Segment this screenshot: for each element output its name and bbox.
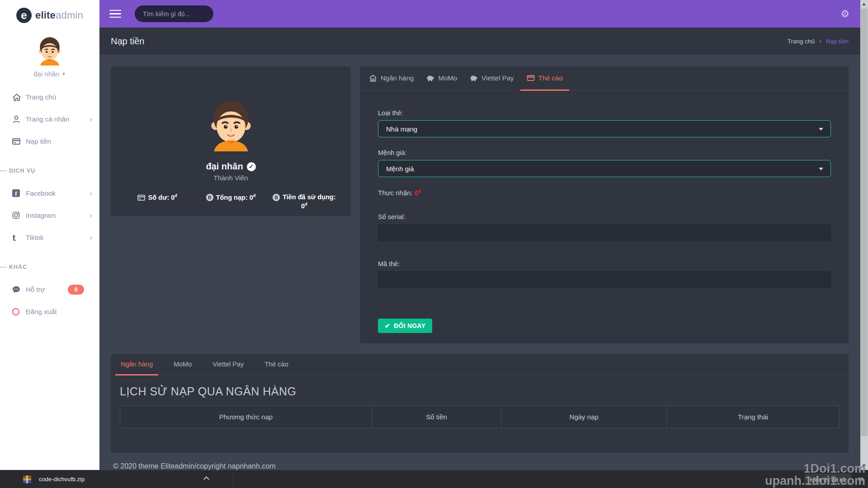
support-count-badge: 0: [68, 285, 84, 295]
sidebar-user-name: đại nhân: [33, 70, 60, 78]
column-status: Trạng thái: [667, 406, 840, 428]
sidebar-item-facebook[interactable]: f Facebook ›: [0, 182, 99, 204]
sidebar: e eliteadmin đại nhân ▼ Trang chủ Trang …: [0, 0, 99, 470]
profile-role: Thành Viên: [111, 174, 351, 182]
piggy-bank-icon: [470, 74, 478, 82]
verified-badge-icon: ✓: [247, 162, 256, 171]
sidebar-menu: Trang chủ Trang cá nhân › Nạp tiền --- D…: [0, 86, 99, 323]
scrollbar-thumb[interactable]: [861, 9, 868, 436]
chat-icon: [12, 286, 26, 294]
sidebar-item-profile[interactable]: Trang cá nhân ›: [0, 108, 99, 130]
user-icon: [12, 115, 26, 123]
profile-card: đại nhân ✓ Thành Viên Số dư: 0đ B Tổng n…: [111, 66, 351, 216]
tab-bank[interactable]: Ngân hàng: [363, 66, 420, 91]
denomination-select[interactable]: Mệnh giá: [378, 160, 831, 177]
history-tab-momo[interactable]: MoMo: [168, 354, 197, 375]
chevron-right-icon: ›: [90, 233, 92, 242]
page-title: Nạp tiền: [111, 36, 145, 47]
history-tab-bank[interactable]: Ngân hàng: [115, 354, 158, 375]
history-tab-viettel-pay[interactable]: Viettel Pay: [207, 354, 249, 375]
chevron-up-icon[interactable]: [204, 476, 209, 480]
sidebar-item-home[interactable]: Trang chủ: [0, 86, 99, 108]
profile-name: đại nhân: [206, 161, 243, 172]
close-icon[interactable]: ✕: [858, 475, 863, 483]
footer-copyright: © 2020 theme Eliteadmin/copyright napnha…: [113, 462, 276, 470]
brand-name: eliteadmin: [35, 9, 83, 21]
search-input[interactable]: [135, 5, 213, 22]
scroll-down-arrow[interactable]: [862, 465, 866, 467]
card-deposit-form: Loại thẻ: Nhà mạng Mệnh giá: Mệnh giá Th…: [360, 90, 849, 333]
receive-amount: Thực nhận: 0đ: [378, 189, 831, 197]
deposit-card: Ngân hàng MoMo Viettel Pay Thẻ cào Loại …: [360, 66, 849, 343]
sidebar-section-other: --- KHÁC: [0, 264, 99, 270]
winrar-file-icon: [23, 475, 32, 484]
column-amount: Số tiền: [372, 406, 501, 428]
bank-icon: [369, 75, 377, 82]
sidebar-section-services: --- DỊCH VỤ: [0, 168, 99, 174]
chevron-right-icon: ›: [819, 38, 821, 45]
history-table: Phương thức nạp Số tiền Ngày nạp Trạng t…: [120, 405, 840, 428]
card-icon: [527, 74, 535, 82]
instagram-icon: [12, 211, 26, 219]
facebook-icon: f: [12, 189, 26, 197]
chevron-right-icon: ›: [90, 115, 92, 124]
topbar: ⚙: [99, 0, 860, 28]
wallet-icon: [137, 194, 145, 202]
show-all-downloads-button[interactable]: Hiển thị tất cả: [805, 474, 852, 485]
chevron-right-icon: ›: [90, 211, 92, 220]
serial-input[interactable]: [378, 224, 831, 241]
history-tabs: Ngân hàng MoMo Viettel Pay Thẻ cào: [111, 354, 849, 375]
history-tab-the-cao[interactable]: Thẻ cào: [259, 354, 293, 375]
brand-logo[interactable]: e eliteadmin: [0, 0, 99, 23]
power-icon: [12, 308, 26, 315]
scrollbar[interactable]: [860, 0, 868, 470]
profile-avatar: [204, 98, 258, 151]
card-type-select[interactable]: Nhà mạng: [378, 120, 831, 137]
chevron-right-icon: ›: [90, 189, 92, 198]
deposit-tabs: Ngân hàng MoMo Viettel Pay Thẻ cào: [360, 66, 849, 90]
page-title-bar: Nạp tiền Trang chủ › Nạp tiền: [99, 28, 860, 55]
sidebar-item-support[interactable]: Hỗ trợ 0: [0, 278, 99, 300]
card-type-label: Loại thẻ:: [378, 109, 831, 117]
stat-used: B Tiền đã sử dụng: 0đ: [268, 193, 341, 210]
sidebar-item-instagram[interactable]: Instagram ›: [0, 204, 99, 226]
sidebar-user-menu[interactable]: đại nhân ▼: [0, 70, 99, 78]
profile-stats: Số dư: 0đ B Tổng nạp: 0đ B Tiền đã sử dụ…: [111, 193, 351, 210]
serial-label: Số serial:: [378, 213, 831, 221]
shelf-divider: [233, 473, 233, 485]
stat-total-deposit: B Tổng nạp: 0đ: [194, 193, 267, 210]
breadcrumb-current: Nạp tiền: [826, 38, 849, 45]
brand-logo-icon: e: [16, 8, 32, 23]
credit-card-icon: [12, 137, 26, 145]
gear-icon[interactable]: ⚙: [840, 8, 849, 20]
download-shelf: code-dichvufb.zip Hiển thị tất cả ✕: [0, 470, 868, 488]
tab-viettel-pay[interactable]: Viettel Pay: [463, 66, 520, 91]
table-header-row: Phương thức nạp Số tiền Ngày nạp Trạng t…: [120, 406, 840, 428]
coin-icon: B: [273, 194, 280, 201]
hamburger-menu-icon[interactable]: [109, 8, 121, 20]
tiktok-icon: t: [12, 233, 26, 243]
history-title: LỊCH SỬ NẠP QUA NGÂN HÀNG: [120, 385, 840, 398]
tab-momo[interactable]: MoMo: [420, 66, 463, 91]
piggy-bank-icon: [426, 74, 434, 82]
tab-the-cao[interactable]: Thẻ cào: [520, 66, 569, 91]
sidebar-item-tiktok[interactable]: t Tiktok ›: [0, 226, 99, 249]
home-icon: [12, 93, 26, 101]
stat-balance: Số dư: 0đ: [121, 193, 194, 210]
coin-icon: B: [206, 194, 213, 201]
history-card: Ngân hàng MoMo Viettel Pay Thẻ cào LỊCH …: [111, 354, 849, 453]
sidebar-avatar: [35, 36, 65, 66]
sidebar-item-deposit[interactable]: Nạp tiền: [0, 130, 99, 152]
submit-exchange-button[interactable]: ✔ ĐỔI NGAY: [378, 319, 432, 333]
main-content: đại nhân ✓ Thành Viên Số dư: 0đ B Tổng n…: [99, 55, 860, 470]
check-icon: ✔: [385, 322, 390, 329]
denomination-label: Mệnh giá:: [378, 149, 831, 156]
sidebar-item-logout[interactable]: Đăng xuất: [0, 300, 99, 323]
card-code-label: Mã thẻ:: [378, 260, 831, 267]
column-date: Ngày nạp: [501, 406, 667, 428]
card-code-input[interactable]: [378, 271, 831, 288]
downloaded-file-name[interactable]: code-dichvufb.zip: [39, 476, 85, 483]
breadcrumb-home-link[interactable]: Trang chủ: [788, 38, 815, 45]
breadcrumb: Trang chủ › Nạp tiền: [788, 38, 849, 45]
scroll-up-arrow[interactable]: [862, 3, 866, 5]
